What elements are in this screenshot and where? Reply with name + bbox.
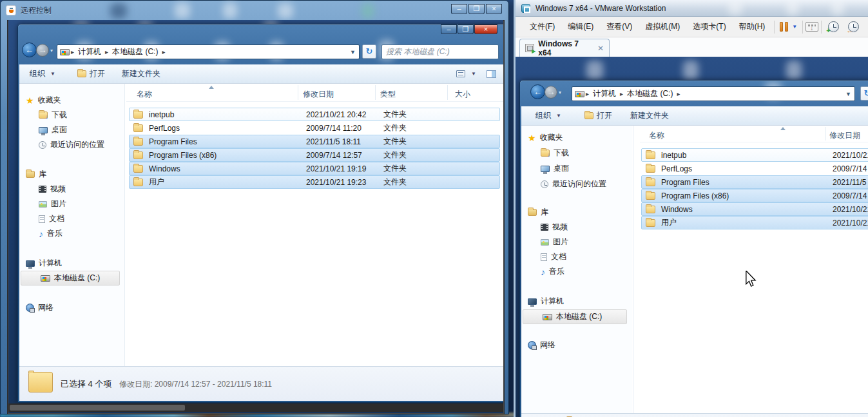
breadcrumb-computer[interactable]: 计算机: [75, 46, 104, 57]
sidebar-item-libraries[interactable]: 库: [19, 167, 46, 182]
back-button[interactable]: ←: [22, 43, 37, 57]
breadcrumb-arrow: ▸: [675, 90, 681, 97]
breadcrumb-arrow: ▸: [104, 48, 110, 55]
sidebar-item-local-disk-c[interactable]: 本地磁盘 (C:): [523, 309, 627, 324]
explorer-minimize-button[interactable]: –: [441, 24, 457, 34]
column-header-type[interactable]: 类型: [380, 89, 396, 100]
file-row-perflogs[interactable]: PerfLogs2009/7/14 11:20文件夹: [129, 121, 500, 135]
file-row-users[interactable]: 用户2021/10/21 19:23: [641, 216, 868, 229]
breadcrumb-computer[interactable]: 计算机: [590, 88, 619, 99]
sidebar-item-desktop[interactable]: 桌面: [19, 122, 67, 137]
menu-file[interactable]: 文件(F): [523, 21, 561, 32]
forward-button[interactable]: →: [545, 86, 557, 99]
refresh-button[interactable]: ↻: [860, 86, 868, 101]
sidebar-item-videos[interactable]: 视频: [521, 220, 568, 235]
remote-window-titlebar[interactable]: 远程控制: [1, 1, 508, 20]
refresh-button[interactable]: ↻: [362, 44, 376, 59]
breadcrumb-drive-c[interactable]: 本地磁盘 (C:): [624, 88, 675, 99]
sidebar-item-recent-places[interactable]: 最近访问的位置: [521, 177, 606, 191]
file-row-program-files-x86[interactable]: Program Files (x86)2009/7/14 12:57文件夹: [129, 148, 500, 162]
change-view-icon[interactable]: [456, 70, 465, 77]
tab-windows7-x64[interactable]: Windows 7 x64 ✕: [519, 39, 610, 57]
sidebar-item-computer[interactable]: 计算机: [19, 256, 62, 271]
file-row-users[interactable]: 用户2021/10/21 19:23文件夹: [129, 175, 500, 189]
scrollbar-thumb[interactable]: [10, 405, 185, 411]
sidebar-item-documents[interactable]: 文档: [521, 249, 566, 264]
sidebar-item-desktop[interactable]: 桌面: [521, 161, 569, 176]
file-row-windows[interactable]: Windows2021/10/21 19:19文件夹: [129, 162, 500, 175]
pane-divider[interactable]: [633, 126, 633, 413]
send-ctrl-alt-del-button[interactable]: [805, 22, 818, 32]
explorer-close-button[interactable]: ×: [474, 24, 497, 34]
sidebar-item-downloads[interactable]: 下载: [521, 146, 569, 160]
sidebar-item-favorites[interactable]: 收藏夹: [19, 93, 61, 108]
breadcrumb-drive-c[interactable]: 本地磁盘 (C:): [110, 46, 160, 57]
pause-chevron[interactable]: ▼: [792, 24, 797, 30]
menu-edit[interactable]: 编辑(E): [561, 21, 600, 32]
open-button[interactable]: 打开: [579, 106, 617, 125]
menu-tabs[interactable]: 选项卡(T): [686, 21, 732, 32]
preview-pane-icon[interactable]: [487, 70, 496, 78]
file-row-program-files-x86[interactable]: Program Files (x86)2009/7/14 12:57: [641, 189, 868, 202]
file-row-program-files[interactable]: Program Files2021/11/5 18:11文件夹: [129, 135, 500, 148]
remote-horizontal-scrollbar[interactable]: [8, 403, 503, 412]
change-view-chevron[interactable]: ▼: [471, 71, 476, 77]
sidebar-item-computer[interactable]: 计算机: [521, 294, 564, 309]
column-header-date[interactable]: 修改日期: [829, 130, 860, 141]
column-header-name[interactable]: 名称: [649, 130, 664, 141]
sidebar-item-downloads[interactable]: 下载: [19, 108, 67, 122]
file-row-program-files[interactable]: Program Files2021/11/5 18:11: [641, 175, 868, 189]
sidebar-item-music[interactable]: 音乐: [521, 264, 564, 279]
search-placeholder-text: 搜索 本地磁盘 (C:): [382, 46, 450, 57]
address-dropdown-chevron[interactable]: ▼: [845, 91, 854, 97]
file-row-inetpub[interactable]: inetpub2021/10/21 20:42文件夹: [129, 108, 500, 121]
sidebar-item-local-disk-c[interactable]: 本地磁盘 (C:): [21, 271, 120, 286]
maximize-button[interactable]: ❐: [468, 4, 485, 14]
forward-button[interactable]: →: [36, 44, 49, 57]
column-header-size[interactable]: 大小: [455, 89, 470, 100]
menu-help[interactable]: 帮助(H): [733, 21, 772, 32]
explorer-window-remote: – ❐ × ← → ▾ ▸ 计算机 ▸ 本地磁盘 (C:) ▸ ▼ ↻ 搜索 本…: [17, 24, 503, 403]
file-row-windows[interactable]: Windows2021/10/21 19:19: [641, 202, 868, 216]
explorer-maximize-button[interactable]: ❐: [458, 24, 474, 34]
pause-vm-button[interactable]: ▼: [777, 22, 800, 32]
organize-button[interactable]: 组织▼: [24, 64, 61, 83]
sidebar-item-recent-places[interactable]: 最近访问的位置: [19, 137, 104, 152]
address-bar[interactable]: ▸ 计算机 ▸ 本地磁盘 (C:) ▸ ▼: [57, 44, 360, 59]
menu-view[interactable]: 查看(V): [600, 21, 639, 32]
sidebar-item-pictures[interactable]: 图片: [19, 197, 66, 211]
pane-divider[interactable]: [124, 84, 125, 366]
new-folder-button[interactable]: 新建文件夹: [625, 106, 674, 125]
sidebar-item-network[interactable]: 网络: [19, 300, 53, 315]
vmware-titlebar[interactable]: Windows 7 x64 - VMware Workstation: [516, 0, 868, 17]
revert-snapshot-button[interactable]: ←: [848, 21, 859, 32]
search-box[interactable]: 搜索 本地磁盘 (C:): [381, 44, 499, 59]
recent-pages-chevron[interactable]: ▾: [50, 48, 53, 53]
close-button[interactable]: ×: [486, 4, 502, 14]
menu-vm[interactable]: 虚拟机(M): [639, 21, 686, 32]
organize-button[interactable]: 组织▼: [530, 106, 566, 125]
address-dropdown-chevron[interactable]: ▼: [350, 49, 359, 55]
column-header-date[interactable]: 修改日期: [303, 89, 334, 100]
back-button[interactable]: ←: [530, 84, 545, 99]
folder-icon: [133, 124, 143, 132]
take-snapshot-button[interactable]: +: [828, 21, 839, 32]
tab-close-icon[interactable]: ✕: [597, 44, 604, 53]
sidebar-item-music[interactable]: 音乐: [19, 226, 63, 241]
breadcrumb-arrow: ▸: [584, 90, 590, 97]
sidebar-item-videos[interactable]: 视频: [19, 182, 66, 197]
sidebar-item-favorites[interactable]: 收藏夹: [521, 130, 563, 145]
minimize-button[interactable]: –: [451, 4, 467, 14]
libraries-icon: [528, 209, 537, 216]
address-bar[interactable]: ▸ 计算机 ▸ 本地磁盘 (C:) ▸ ▼: [572, 86, 855, 101]
sidebar-item-libraries[interactable]: 库: [521, 205, 548, 220]
file-row-inetpub[interactable]: inetpub2021/10/21 20:42: [641, 148, 868, 162]
sidebar-item-pictures[interactable]: 图片: [521, 235, 568, 249]
recent-pages-chevron[interactable]: ▾: [559, 90, 561, 95]
new-folder-button[interactable]: 新建文件夹: [117, 64, 166, 83]
column-header-name[interactable]: 名称: [137, 89, 152, 100]
open-button[interactable]: 打开: [72, 64, 110, 83]
file-row-perflogs[interactable]: PerfLogs2009/7/14 11:20: [641, 162, 868, 175]
sidebar-item-documents[interactable]: 文档: [19, 211, 64, 226]
sidebar-item-network[interactable]: 网络: [521, 338, 555, 353]
